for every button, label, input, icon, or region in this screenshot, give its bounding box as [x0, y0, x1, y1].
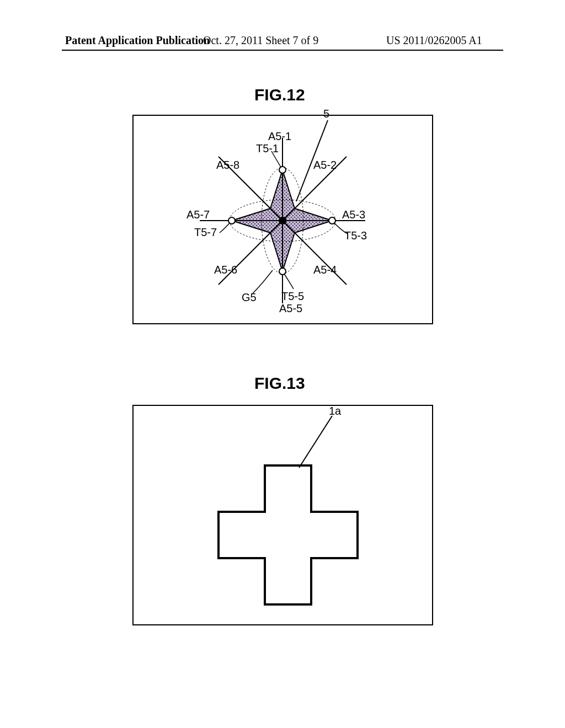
header-center: Oct. 27, 2011 Sheet 7 of 9 — [203, 34, 318, 47]
label-a5-2: A5-2 — [313, 159, 337, 172]
fig13-frame: 1a — [132, 405, 433, 625]
header-rule — [62, 50, 503, 51]
label-t5-3: T5-3 — [344, 229, 367, 242]
label-a5-4: A5-4 — [313, 264, 337, 276]
svg-point-16 — [279, 268, 286, 275]
fig12-frame: 5 A5-1 T5-1 A5-2 A5-8 A5-3 T5-3 A5-7 T5-… — [132, 115, 433, 324]
page: Patent Application Publication Oct. 27, … — [0, 0, 565, 728]
label-a5-5: A5-5 — [279, 302, 302, 315]
svg-point-15 — [329, 217, 335, 224]
header-left: Patent Application Publication — [65, 34, 210, 47]
svg-point-14 — [279, 167, 286, 173]
header-right: US 2011/0262005 A1 — [386, 34, 482, 47]
label-a5-8: A5-8 — [216, 159, 239, 172]
fig13-drawing — [134, 406, 434, 627]
svg-line-19 — [299, 416, 332, 468]
label-1a: 1a — [329, 405, 341, 417]
label-g5: G5 — [242, 291, 257, 304]
label-5: 5 — [323, 108, 329, 120]
fig13-title: FIG.13 — [254, 374, 305, 393]
label-t5-1: T5-1 — [256, 142, 279, 155]
svg-point-18 — [279, 217, 286, 224]
label-a5-7: A5-7 — [186, 208, 210, 221]
label-a5-1: A5-1 — [268, 130, 291, 143]
label-t5-5: T5-5 — [281, 290, 304, 303]
svg-point-17 — [228, 217, 235, 224]
label-a5-6: A5-6 — [214, 264, 237, 276]
label-t5-7: T5-7 — [194, 226, 217, 239]
fig12-title: FIG.12 — [254, 85, 305, 104]
label-a5-3: A5-3 — [342, 208, 365, 221]
